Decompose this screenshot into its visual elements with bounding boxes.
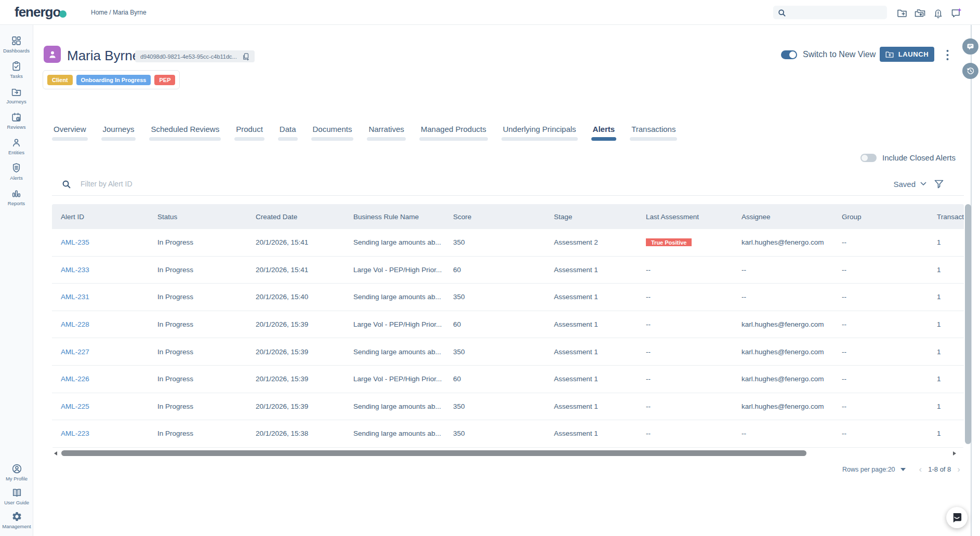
alert-id-link[interactable]: AML-228 [61, 320, 89, 328]
upload-folder-icon[interactable] [914, 7, 926, 19]
management-icon [11, 511, 22, 522]
scroll-right-arrow[interactable] [953, 451, 956, 455]
column-header-transactions[interactable]: Transactions [928, 213, 964, 221]
table-row[interactable]: AML-227 In Progress 20/1/2026, 15:39 Sen… [52, 338, 964, 366]
sidebar-item-dashboards[interactable]: Dashboards [0, 32, 33, 57]
tab[interactable]: Alerts [591, 125, 617, 141]
tab[interactable]: Data [278, 125, 298, 141]
journeys-icon [11, 86, 22, 97]
include-closed-alerts-toggle[interactable] [860, 154, 877, 162]
sidebar-item-reports[interactable]: Reports [0, 184, 33, 210]
alert-id-link[interactable]: AML-233 [61, 266, 89, 274]
tab[interactable]: Documents [311, 125, 354, 141]
table-row[interactable]: AML-225 In Progress 20/1/2026, 15:39 Sen… [52, 393, 964, 421]
tab-label: Overview [52, 125, 88, 133]
logo-teal-dot-icon [59, 10, 67, 18]
sidebar-item-tasks[interactable]: Tasks [0, 57, 33, 83]
alert-id-link[interactable]: AML-225 [61, 403, 89, 410]
filter-alert-id-input[interactable] [81, 180, 893, 188]
cell-stage: Assessment 1 [545, 293, 637, 301]
tab[interactable]: Product [234, 125, 264, 141]
vertical-scrollbar-thumb[interactable] [965, 204, 971, 444]
cell-score: 350 [444, 348, 545, 356]
horizontal-scrollbar-thumb[interactable] [61, 450, 806, 456]
global-search-input[interactable] [789, 9, 883, 16]
tab-underline [52, 137, 88, 141]
alert-id-link[interactable]: AML-227 [61, 348, 89, 356]
column-header-created-date[interactable]: Created Date [247, 213, 345, 221]
comments-panel-button[interactable] [962, 38, 978, 55]
column-header-last-assessment[interactable]: Last Assessment [637, 213, 733, 221]
sidebar-item-entities[interactable]: Entities [0, 133, 33, 159]
table-row[interactable]: AML-231 In Progress 20/1/2026, 15:40 Sen… [52, 284, 964, 311]
pagination-range: 1-8 of 8 [928, 465, 951, 473]
support-chat-launcher[interactable] [946, 507, 968, 528]
rows-per-page-value[interactable]: 20 [888, 466, 895, 473]
tab-label: Scheduled Reviews [149, 125, 221, 133]
last-assessment-value: -- [646, 403, 651, 410]
user-guide-icon [11, 487, 22, 498]
previous-page-chevron[interactable]: ‹ [917, 466, 924, 473]
tab-underline [101, 137, 136, 141]
fenergo-logo[interactable]: fenergo [15, 4, 67, 20]
global-search[interactable] [773, 6, 887, 19]
alert-id-link[interactable]: AML-223 [61, 430, 89, 437]
tab[interactable]: Transactions [630, 125, 677, 141]
sidebar-item-reviews[interactable]: Reviews [0, 108, 33, 133]
table-row[interactable]: AML-233 In Progress 20/1/2026, 15:41 Lar… [52, 257, 964, 284]
filter-funnel-icon[interactable] [934, 179, 944, 189]
sidebar-item-alerts[interactable]: Alerts [0, 159, 33, 184]
column-header-alert-id[interactable]: Alert ID [52, 213, 149, 221]
tab[interactable]: Overview [52, 125, 88, 141]
cell-score: 350 [444, 403, 545, 410]
notifications-bell-icon[interactable] [932, 7, 944, 19]
column-header-group[interactable]: Group [833, 213, 928, 221]
breadcrumb[interactable]: Home / Maria Byrne [91, 9, 147, 16]
cell-score: 350 [444, 293, 545, 301]
create-folder-icon[interactable] [896, 7, 908, 19]
sidebar-item-user-guide[interactable]: User Guide [0, 484, 33, 508]
saved-filters-dropdown[interactable]: Saved [893, 180, 926, 189]
sidebar-item-my-profile[interactable]: My Profile [0, 460, 33, 484]
cell-stage: Assessment 1 [545, 403, 637, 410]
history-panel-button[interactable] [962, 63, 978, 79]
cell-status: In Progress [149, 266, 247, 274]
rows-per-page-caret-icon[interactable] [900, 468, 906, 471]
cell-status: In Progress [149, 293, 247, 301]
alert-id-link[interactable]: AML-235 [61, 238, 89, 246]
tab[interactable]: Journeys [101, 125, 136, 141]
column-header-stage[interactable]: Stage [545, 213, 637, 221]
sidebar-item-management[interactable]: Management [0, 508, 33, 532]
table-row[interactable]: AML-223 In Progress 20/1/2026, 15:38 Sen… [52, 420, 964, 448]
table-row[interactable]: AML-228 In Progress 20/1/2026, 15:39 Lar… [52, 311, 964, 339]
sidebar-item-journeys[interactable]: Journeys [0, 83, 33, 108]
table-row[interactable]: AML-235 In Progress 20/1/2026, 15:41 Sen… [52, 229, 964, 257]
column-header-score[interactable]: Score [444, 213, 545, 221]
cell-transactions: 1 [928, 238, 964, 246]
tab[interactable]: Scheduled Reviews [149, 125, 221, 141]
new-view-toggle[interactable] [781, 50, 797, 59]
launch-button[interactable]: LAUNCH [880, 47, 934, 62]
assistant-chat-sparkle-icon[interactable] [950, 7, 962, 19]
more-options-kebab-icon[interactable] [942, 49, 953, 61]
tag-pep: PEP [154, 75, 175, 85]
tab-label: Underlying Principals [501, 125, 578, 133]
column-header-assignee[interactable]: Assignee [733, 213, 833, 221]
tab[interactable]: Narratives [367, 125, 405, 141]
column-header-status[interactable]: Status [149, 213, 247, 221]
next-page-chevron[interactable]: › [955, 466, 962, 473]
scroll-left-arrow[interactable] [54, 451, 57, 455]
cell-assignee: -- [733, 293, 833, 301]
copy-id-icon[interactable] [242, 52, 249, 61]
cell-status: In Progress [149, 430, 247, 437]
tab[interactable]: Managed Products [419, 125, 488, 141]
cell-assignee: karl.hughes@fenergo.com [733, 348, 833, 356]
tab[interactable]: Underlying Principals [501, 125, 578, 141]
table-row[interactable]: AML-226 In Progress 20/1/2026, 15:39 Lar… [52, 366, 964, 393]
sidebar-main-items: Dashboards Tasks Journeys [0, 25, 33, 210]
column-header-business-rule-name[interactable]: Business Rule Name [345, 213, 444, 221]
search-icon [777, 8, 786, 17]
alert-id-link[interactable]: AML-226 [61, 375, 89, 383]
cell-assignee: karl.hughes@fenergo.com [733, 403, 833, 410]
alert-id-link[interactable]: AML-231 [61, 293, 89, 301]
